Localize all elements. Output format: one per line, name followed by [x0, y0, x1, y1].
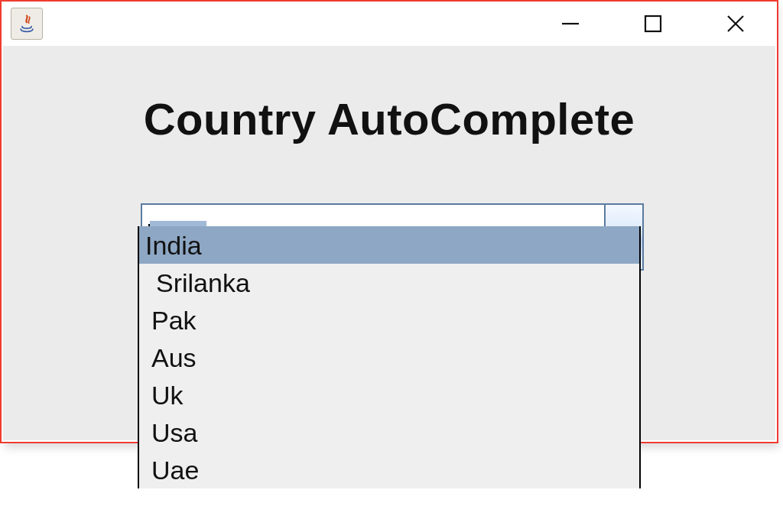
country-dropdown-list[interactable]: IndiaSrilankaPakAusUkUsaUae	[138, 226, 641, 488]
dropdown-option-label: Uk	[151, 382, 184, 408]
dropdown-option[interactable]: Pak	[139, 301, 639, 339]
dropdown-option-label: Usa	[151, 420, 197, 446]
minimize-button[interactable]	[529, 2, 612, 46]
dropdown-option-label: Aus	[151, 345, 197, 371]
dropdown-option-label: India	[145, 232, 202, 258]
dropdown-option-label: Uae	[151, 457, 199, 483]
dropdown-option-label: Srilanka	[156, 270, 250, 296]
dropdown-option[interactable]: Srilanka	[139, 264, 639, 301]
svg-rect-1	[645, 16, 661, 31]
dropdown-option[interactable]: Usa	[139, 414, 639, 451]
dropdown-option[interactable]: India	[139, 226, 639, 264]
dropdown-option[interactable]: Uk	[139, 376, 639, 414]
page-title: Country AutoComplete	[3, 93, 775, 144]
close-button[interactable]	[694, 2, 777, 46]
dropdown-option-label: Pak	[151, 307, 197, 333]
maximize-button[interactable]	[612, 2, 694, 46]
dropdown-option[interactable]: Aus	[139, 339, 639, 376]
window-controls	[529, 2, 777, 46]
java-icon	[11, 8, 43, 40]
dropdown-option[interactable]: Uae	[139, 451, 639, 488]
titlebar[interactable]	[2, 2, 777, 46]
